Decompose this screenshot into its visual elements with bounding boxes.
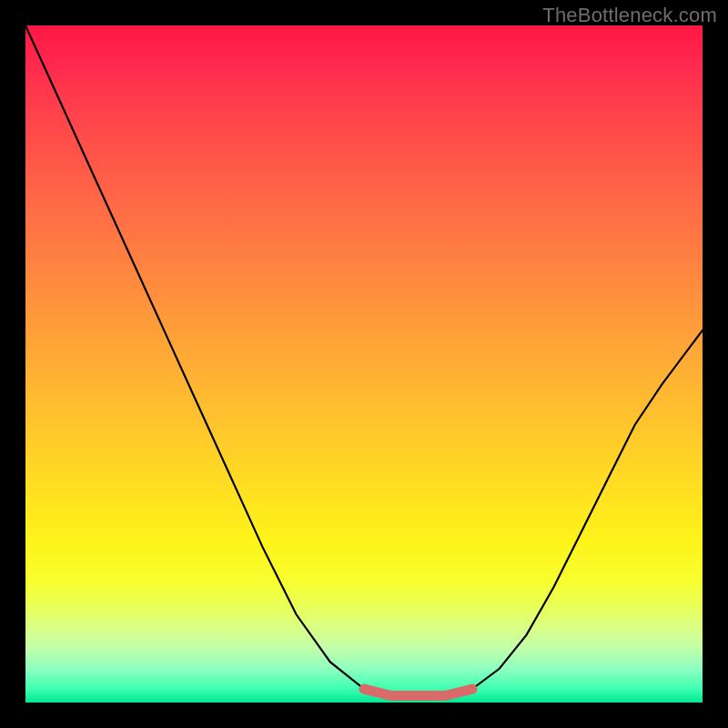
plot-area	[25, 25, 703, 703]
optimal-band	[364, 689, 472, 696]
chart-frame: TheBottleneck.com	[0, 0, 728, 728]
curve-layer	[25, 25, 703, 703]
watermark-text: TheBottleneck.com	[542, 4, 717, 27]
bottleneck-curve	[25, 25, 703, 696]
